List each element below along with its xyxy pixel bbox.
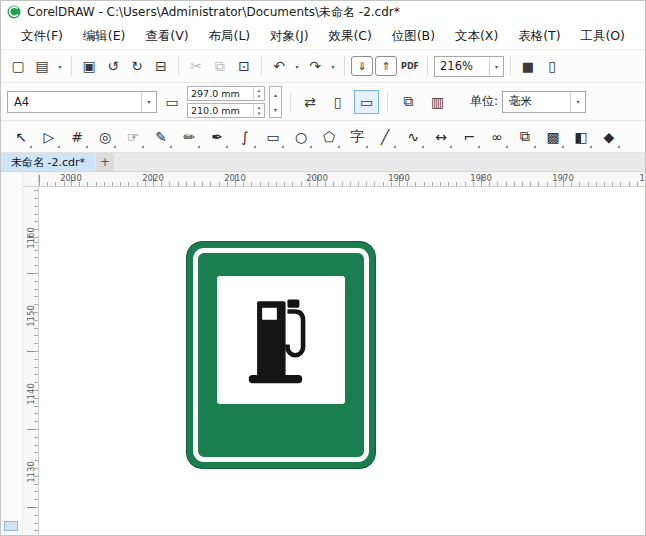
redo-icon[interactable]: ↷ [304, 55, 326, 77]
pick-tool[interactable]: ↖ [9, 125, 33, 149]
menu-item[interactable]: 查看(V) [141, 25, 192, 48]
page-preset-combobox[interactable]: A4 ▾ [7, 91, 157, 113]
page-width-field[interactable]: 297.0 mm ▴ ▾ [187, 86, 265, 101]
vertical-ruler[interactable]: 1160115011401130 [23, 187, 39, 535]
text-tool[interactable]: 字 [345, 125, 369, 149]
add-page-button[interactable]: + [96, 153, 114, 171]
two-point-line-tool[interactable]: ∿ [401, 125, 425, 149]
shape-tool[interactable]: ▷ [37, 125, 61, 149]
b-spline-tool[interactable]: ∫ [233, 125, 257, 149]
menu-item[interactable]: 文件(F) [17, 25, 67, 48]
stepper-up-icon[interactable]: ▴ [270, 87, 281, 102]
freehand-tool[interactable]: ✎ [149, 125, 173, 149]
ruler-label: 1980 [440, 173, 522, 183]
menu-item[interactable]: 表格(T) [514, 25, 564, 48]
cloud-download-icon[interactable]: ↺ [102, 55, 124, 77]
preset-dropdown-caret-icon[interactable]: ▾ [141, 92, 156, 112]
drawing-canvas[interactable] [39, 187, 645, 535]
rectangle-tool[interactable]: ▭ [261, 125, 285, 149]
redo-dropdown-caret-icon[interactable]: ▾ [328, 55, 338, 77]
zoom-tool[interactable]: ◎ [93, 125, 117, 149]
open-dropdown-caret-icon[interactable]: ▾ [55, 55, 65, 77]
menu-item[interactable]: 工具(O) [576, 25, 629, 48]
menu-item[interactable]: 编辑(E) [79, 25, 130, 48]
paste-icon[interactable]: ⊡ [233, 55, 255, 77]
zoom-level-value[interactable]: 216% [435, 57, 489, 76]
units-combobox[interactable]: 毫米 ▾ [502, 91, 586, 113]
toolbar-separator [71, 56, 72, 76]
publish-pdf-icon[interactable]: PDF [399, 55, 421, 77]
undo-icon[interactable]: ↶ [268, 55, 290, 77]
dimension-tool[interactable]: ↔ [429, 125, 453, 149]
units-dropdown-caret-icon[interactable]: ▾ [570, 92, 585, 112]
page-height-stepper[interactable]: ▴ ▾ [253, 104, 264, 117]
propbar-separator [290, 92, 291, 112]
pan-tool[interactable]: ☞ [121, 125, 145, 149]
line-tool[interactable]: ╱ [373, 125, 397, 149]
units-value[interactable]: 毫米 [503, 92, 570, 112]
landscape-orientation-button[interactable]: ▭ [354, 90, 379, 114]
export-icon[interactable]: ⇑ [375, 56, 397, 76]
smart-fill-tool[interactable]: ◆ [597, 125, 621, 149]
show-rulers-icon[interactable]: ▯ [541, 55, 563, 77]
all-pages-button[interactable]: ⧉ [396, 90, 421, 114]
transparency-tool[interactable]: ▩ [541, 125, 565, 149]
new-document-icon[interactable]: ▢ [7, 55, 29, 77]
pen-tool[interactable]: ✒ [205, 125, 229, 149]
page-height-value[interactable]: 210.0 mm [188, 104, 253, 117]
page-height-field[interactable]: 210.0 mm ▴ ▾ [187, 103, 265, 118]
menu-item[interactable]: 文本(X) [451, 25, 502, 48]
portrait-orientation-button[interactable]: ▯ [325, 90, 350, 114]
drop-shadow-tool[interactable]: ⧉ [513, 125, 537, 149]
gas-station-sign[interactable] [186, 241, 376, 469]
import-icon[interactable]: ⇓ [351, 56, 373, 76]
zoom-level-combobox[interactable]: 216% ▾ [434, 56, 504, 77]
stepper-down-icon[interactable]: ▾ [270, 102, 281, 117]
cut-icon[interactable]: ✂ [185, 55, 207, 77]
save-icon[interactable]: ▣ [78, 55, 100, 77]
page-dimensions-fields: 297.0 mm ▴ ▾ 210.0 mm ▴ ▾ [187, 86, 265, 118]
undo-dropdown-caret-icon[interactable]: ▾ [292, 55, 302, 77]
menu-item[interactable]: 对象(J) [266, 25, 312, 48]
ellipse-tool[interactable]: ○ [289, 125, 313, 149]
eyedropper-tool[interactable]: ∞ [485, 125, 509, 149]
ruler-label: 1160 [23, 199, 39, 277]
swap-orientation-icon[interactable]: ⇄ [299, 91, 321, 113]
page-width-stepper[interactable]: ▴ ▾ [253, 87, 264, 100]
crop-tool[interactable]: # [65, 125, 89, 149]
toolbar-separator [427, 56, 428, 76]
page-width-value[interactable]: 297.0 mm [188, 87, 253, 100]
page-preset-value[interactable]: A4 [8, 92, 141, 112]
stepper-down-icon[interactable]: ▾ [254, 93, 264, 100]
horizontal-ruler-labels: 203020202010200019901980197019 [39, 173, 645, 183]
canvas-column: 203020202010200019901980197019 116011501… [23, 172, 645, 535]
menu-item[interactable]: 效果(C) [324, 25, 375, 48]
menu-item[interactable]: 位图(B) [388, 25, 439, 48]
ruler-label: 1130 [23, 433, 39, 511]
print-icon[interactable]: ⊟ [150, 55, 172, 77]
current-page-button[interactable]: ▥ [425, 90, 450, 114]
units-label: 单位: [470, 93, 498, 110]
title-bar: CorelDRAW - C:\Users\Administrator\Docum… [1, 1, 645, 23]
document-navigator-button[interactable] [4, 521, 18, 531]
toolbar-separator [178, 56, 179, 76]
menu-bar: 文件(F)编辑(E)查看(V)布局(L)对象(J)效果(C)位图(B)文本(X)… [1, 23, 645, 49]
dimension-dual-stepper[interactable]: ▴ ▾ [269, 86, 282, 118]
menu-item[interactable]: 布局(L) [205, 25, 255, 48]
interactive-fill-tool[interactable]: ◧ [569, 125, 593, 149]
connector-tool[interactable]: ⌐ [457, 125, 481, 149]
horizontal-ruler[interactable]: 203020202010200019901980197019 [39, 172, 645, 187]
fullscreen-preview-icon[interactable]: ■ [517, 55, 539, 77]
polygon-tool[interactable]: ⬠ [317, 125, 341, 149]
stepper-down-icon[interactable]: ▾ [254, 110, 264, 117]
copy-icon[interactable]: ⧉ [209, 55, 231, 77]
zoom-dropdown-caret-icon[interactable]: ▾ [489, 57, 503, 76]
ruler-label: 2010 [194, 173, 276, 183]
artistic-media-tool[interactable]: ✏ [177, 125, 201, 149]
horizontal-ruler-row: 203020202010200019901980197019 [23, 172, 645, 187]
ruler-origin[interactable] [23, 172, 39, 187]
cloud-upload-icon[interactable]: ↻ [126, 55, 148, 77]
coreldraw-logo-icon [7, 5, 21, 19]
document-tab-active[interactable]: 未命名 -2.cdr* [1, 153, 95, 171]
open-folder-icon[interactable]: ▤ [31, 55, 53, 77]
